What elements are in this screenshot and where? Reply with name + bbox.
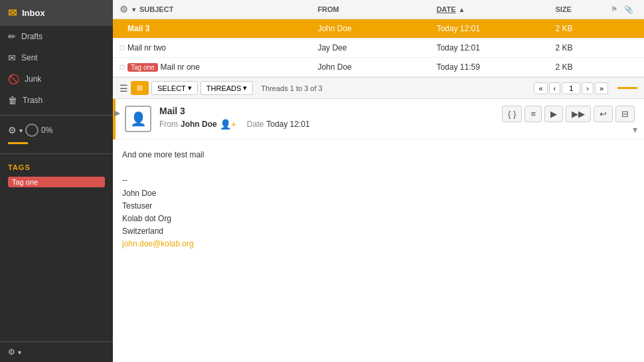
sidebar-item-label: Trash xyxy=(23,96,42,105)
expand-arrow-icon[interactable]: ▶ xyxy=(114,108,120,118)
sig-name: John Doe xyxy=(122,187,635,200)
preview-meta: Mail 3 From John Doe 👤+ Date Today 12:01 xyxy=(159,106,502,130)
forward-button[interactable]: ▶▶ xyxy=(566,106,591,122)
main-content: ⚙ ▾ SUBJECT FROM DATE ▲ SIZE ⚑ 📎 xyxy=(113,0,644,362)
bottom-gear-icon: ⚙ xyxy=(8,347,15,357)
sig-title: Testuser xyxy=(122,200,635,213)
first-page-button[interactable]: « xyxy=(534,82,547,94)
mail2-date: Today 12:01 xyxy=(436,43,555,52)
date-column-header[interactable]: DATE ▲ xyxy=(436,5,555,13)
sidebar-item-label: Junk xyxy=(25,74,41,84)
tag-one-badge[interactable]: Tag one xyxy=(8,177,105,187)
select-button[interactable]: SELECT ▾ xyxy=(151,81,198,95)
threads-chevron-icon: ▾ xyxy=(243,84,247,92)
preview-body: And one more test mail -- John Doe Testu… xyxy=(113,139,644,260)
preview-actions: { } ≡ ▶ ▶▶ ↩ ⊟ xyxy=(502,106,635,122)
body-text: And one more test mail xyxy=(122,149,635,161)
mail3-size: 2 KB xyxy=(555,24,611,33)
threads-icon: ⊞ xyxy=(137,84,143,92)
chevron-header-icon[interactable]: ▾ xyxy=(132,6,135,13)
mail3-subject: Mail 3 xyxy=(127,24,149,33)
flag-column-header: ⚑ xyxy=(611,5,624,14)
sidebar-item-trash[interactable]: 🗑 Trash xyxy=(0,90,113,111)
flag-icon: ⚑ xyxy=(611,5,617,13)
mail-list-header: ⚙ ▾ SUBJECT FROM DATE ▲ SIZE ⚑ 📎 xyxy=(113,0,644,19)
mail2-subject-col: Mail nr two xyxy=(120,43,317,52)
sig-org: Kolab dot Org xyxy=(122,213,635,225)
settings-row: ⚙ ▾ 0% xyxy=(0,120,113,141)
sidebar-item-sent[interactable]: ✉ Sent xyxy=(0,47,113,68)
reply-all-button[interactable]: ↩ xyxy=(594,106,613,122)
preview-date-val: Today 12:01 xyxy=(266,120,309,129)
threads-toggle-button[interactable]: ⊞ xyxy=(131,81,149,95)
mail1-tag-badge: Tag one xyxy=(127,63,158,72)
toolbar-left: ☰ ⊞ SELECT ▾ THREADS ▾ Threads 1 to 3 of… xyxy=(120,81,328,95)
attach-column-header: 📎 xyxy=(624,5,637,14)
mail-row-mail3[interactable]: Mail 3 John Doe Today 12:01 2 KB xyxy=(113,19,644,39)
unread-dot-icon xyxy=(120,26,125,31)
sidebar-item-drafts[interactable]: ✏ Drafts xyxy=(0,26,113,47)
next-page-button[interactable]: › xyxy=(582,82,594,94)
select-chevron-icon: ▾ xyxy=(188,84,192,92)
sidebar: ✉ Inbox ✏ Drafts ✉ Sent 🚫 Junk 🗑 Trash ⚙… xyxy=(0,0,113,362)
mail1-date: Today 11:59 xyxy=(436,62,555,72)
sidebar-item-inbox[interactable]: ✉ Inbox xyxy=(0,0,113,26)
mail1-subject-col: Tag one Mail nr one xyxy=(120,62,317,72)
mail2-subject: Mail nr two xyxy=(127,43,166,52)
date-label: DATE xyxy=(436,5,455,13)
gear-icon[interactable]: ⚙ xyxy=(8,125,17,136)
preview-from-row: From John Doe 👤+ Date Today 12:01 xyxy=(159,119,502,130)
sidebar-item-junk[interactable]: 🚫 Junk xyxy=(0,68,113,90)
toolbar: ☰ ⊞ SELECT ▾ THREADS ▾ Threads 1 to 3 of… xyxy=(113,78,644,99)
subject-column-header: ⚙ ▾ SUBJECT xyxy=(120,4,317,15)
add-contact-icon[interactable]: 👤+ xyxy=(220,119,236,130)
sig-email[interactable]: john.doe@kolab.org xyxy=(122,239,194,248)
avatar-icon: 👤 xyxy=(130,111,147,127)
mail2-from: Jay Dee xyxy=(317,43,436,52)
preview-from-name: John Doe xyxy=(181,120,217,129)
collapse-icon[interactable]: ▾ xyxy=(633,124,637,135)
threads-button[interactable]: THREADS ▾ xyxy=(201,81,254,95)
progress-circle xyxy=(25,124,39,137)
sidebar-item-label: Drafts xyxy=(21,32,42,41)
sidebar-bottom-settings[interactable]: ⚙ ▾ xyxy=(0,341,113,362)
select-label: SELECT xyxy=(157,84,186,92)
trash-icon: 🗑 xyxy=(8,95,17,106)
avatar: 👤 xyxy=(125,106,151,132)
last-page-button[interactable]: » xyxy=(595,82,608,94)
size-column-header: SIZE xyxy=(555,5,611,13)
archive-button[interactable]: ⊟ xyxy=(615,106,635,122)
signature-separator: -- xyxy=(122,174,635,187)
chevron-down-icon[interactable]: ▾ xyxy=(19,127,23,134)
threads-label: THREADS xyxy=(206,84,242,92)
mail3-from: John Doe xyxy=(317,24,436,33)
preview-title: Mail 3 xyxy=(159,106,502,116)
settings-percent: 0% xyxy=(41,126,52,135)
junk-icon: 🚫 xyxy=(8,74,19,84)
mail1-from: John Doe xyxy=(317,62,436,72)
sort-arrow-icon: ▲ xyxy=(459,6,465,13)
mail2-size: 2 KB xyxy=(555,43,611,52)
page-number-input[interactable]: 1 xyxy=(562,82,580,94)
mail-row-mail2[interactable]: Mail nr two Jay Dee Today 12:01 2 KB xyxy=(113,39,644,58)
inbox-label: Inbox xyxy=(22,8,45,18)
sidebar-divider2 xyxy=(0,153,113,154)
mail-row-mail1[interactable]: Tag one Mail nr one John Doe Today 11:59… xyxy=(113,58,644,77)
tags-label: TAGS xyxy=(0,158,113,174)
hamburger-icon[interactable]: ☰ xyxy=(120,83,128,94)
mail1-size: 2 KB xyxy=(555,62,611,72)
drafts-icon: ✏ xyxy=(8,31,16,42)
mail3-subject-col: Mail 3 xyxy=(120,24,317,33)
subject-label: SUBJECT xyxy=(139,5,173,13)
read-dot-icon xyxy=(120,45,125,50)
reply-button[interactable]: ▶ xyxy=(544,106,563,122)
pagination-info: Threads 1 to 3 of 3 xyxy=(261,84,322,92)
sig-country: Switzerland xyxy=(122,225,635,238)
mail-list: ⚙ ▾ SUBJECT FROM DATE ▲ SIZE ⚑ 📎 xyxy=(113,0,644,78)
source-view-button[interactable]: ≡ xyxy=(524,106,542,122)
preview-header: ▶ 👤 Mail 3 From John Doe 👤+ Date Today 1… xyxy=(116,99,644,139)
prev-page-button[interactable]: ‹ xyxy=(549,82,561,94)
code-view-button[interactable]: { } xyxy=(502,106,522,122)
gear-header-icon[interactable]: ⚙ xyxy=(120,4,128,15)
sent-icon: ✉ xyxy=(8,52,16,63)
